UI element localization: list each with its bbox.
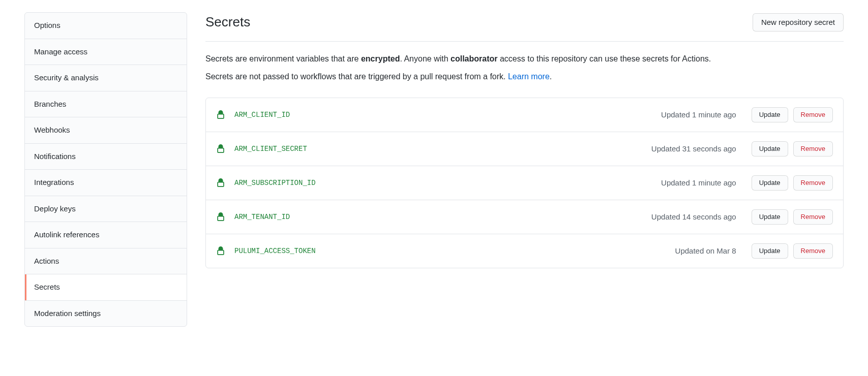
sidebar-item-options[interactable]: Options <box>25 13 187 39</box>
remove-button[interactable]: Remove <box>793 209 833 225</box>
lock-icon <box>216 246 225 256</box>
remove-button[interactable]: Remove <box>793 243 833 259</box>
secret-actions: UpdateRemove <box>752 209 833 225</box>
sidebar-item-branches[interactable]: Branches <box>25 91 187 118</box>
main-content: Secrets New repository secret Secrets ar… <box>205 12 844 327</box>
desc-text: Secrets are environment variables that a… <box>205 54 361 63</box>
desc-text: . <box>550 72 552 81</box>
sidebar-menu: OptionsManage accessSecurity & analysisB… <box>24 12 187 327</box>
lock-icon <box>216 212 225 222</box>
secret-name: PULUMI_ACCESS_TOKEN <box>234 246 316 257</box>
secret-updated: Updated 31 seconds ago <box>651 143 736 155</box>
desc-text: . Anyone with <box>400 54 451 63</box>
sidebar-item-autolink-references[interactable]: Autolink references <box>25 222 187 248</box>
update-button[interactable]: Update <box>752 175 788 191</box>
secret-row: ARM_CLIENT_SECRETUpdated 31 seconds agoU… <box>206 132 843 166</box>
secret-actions: UpdateRemove <box>752 141 833 156</box>
secret-row: ARM_SUBSCRIPTION_IDUpdated 1 minute agoU… <box>206 166 843 200</box>
secret-row: PULUMI_ACCESS_TOKENUpdated on Mar 8Updat… <box>206 234 843 268</box>
sidebar-item-deploy-keys[interactable]: Deploy keys <box>25 196 187 223</box>
update-button[interactable]: Update <box>752 243 788 259</box>
secret-name: ARM_CLIENT_SECRET <box>234 144 307 154</box>
desc-text: Secrets are not passed to workflows that… <box>205 72 508 81</box>
desc-strong-encrypted: encrypted <box>361 54 400 63</box>
secret-row: ARM_CLIENT_IDUpdated 1 minute agoUpdateR… <box>206 98 843 132</box>
secret-name: ARM_CLIENT_ID <box>234 110 290 120</box>
secrets-description-line2: Secrets are not passed to workflows that… <box>205 70 844 83</box>
lock-icon <box>216 110 225 119</box>
update-button[interactable]: Update <box>752 107 788 122</box>
sidebar-item-actions[interactable]: Actions <box>25 248 187 275</box>
page-header: Secrets New repository secret <box>205 12 844 42</box>
page-title: Secrets <box>205 12 250 32</box>
remove-button[interactable]: Remove <box>793 107 833 122</box>
sidebar-item-secrets[interactable]: Secrets <box>25 274 187 301</box>
sidebar-item-webhooks[interactable]: Webhooks <box>25 117 187 144</box>
secret-updated: Updated on Mar 8 <box>675 245 736 257</box>
lock-icon <box>216 144 225 153</box>
learn-more-link[interactable]: Learn more <box>508 72 550 81</box>
secret-actions: UpdateRemove <box>752 175 833 191</box>
settings-sidebar: OptionsManage accessSecurity & analysisB… <box>24 12 187 327</box>
sidebar-item-notifications[interactable]: Notifications <box>25 144 187 170</box>
lock-icon <box>216 178 225 187</box>
sidebar-item-moderation-settings[interactable]: Moderation settings <box>25 301 187 327</box>
remove-button[interactable]: Remove <box>793 175 833 191</box>
secret-updated: Updated 1 minute ago <box>661 109 736 121</box>
desc-text: access to this repository can use these … <box>498 54 711 63</box>
new-repository-secret-button[interactable]: New repository secret <box>753 13 844 32</box>
secret-updated: Updated 1 minute ago <box>661 177 736 189</box>
secret-updated: Updated 14 seconds ago <box>651 211 736 223</box>
sidebar-item-security-analysis[interactable]: Security & analysis <box>25 65 187 91</box>
sidebar-item-integrations[interactable]: Integrations <box>25 170 187 196</box>
secret-row: ARM_TENANT_IDUpdated 14 seconds agoUpdat… <box>206 200 843 234</box>
update-button[interactable]: Update <box>752 209 788 225</box>
secret-name: ARM_TENANT_ID <box>234 212 290 223</box>
secret-actions: UpdateRemove <box>752 243 833 259</box>
secret-actions: UpdateRemove <box>752 107 833 122</box>
secrets-list: ARM_CLIENT_IDUpdated 1 minute agoUpdateR… <box>205 98 844 268</box>
update-button[interactable]: Update <box>752 141 788 156</box>
secret-name: ARM_SUBSCRIPTION_ID <box>234 178 316 189</box>
sidebar-item-manage-access[interactable]: Manage access <box>25 39 187 66</box>
remove-button[interactable]: Remove <box>793 141 833 156</box>
secrets-description-line1: Secrets are environment variables that a… <box>205 52 844 66</box>
desc-strong-collaborator: collaborator <box>451 54 497 63</box>
